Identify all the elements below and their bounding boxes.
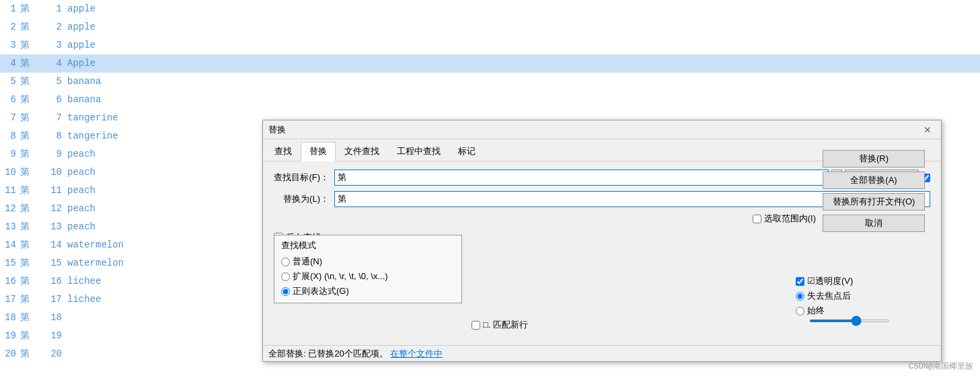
line-num-left: 18 [0,309,20,327]
mode-normal-label: 普通(N) [293,256,322,268]
line-content: apple [67,36,96,54]
line-num-left: 20 [0,345,20,363]
status-prefix: 全部替换: 已替换20个匹配项。 [268,348,388,360]
tab-project-find[interactable]: 工程中查找 [388,142,449,161]
match-newline-label: □. 匹配新行 [483,319,528,331]
line-num-right: 1 [40,0,67,18]
line-num-right: 5 [40,73,67,91]
line-num-right: 3 [40,36,67,54]
replace-all-button[interactable]: 全部替换(A) [823,172,925,189]
line-char: 第 [20,200,40,218]
line-num-right: 15 [40,254,67,272]
close-button[interactable]: ✕ [919,123,936,137]
find-label: 查找目标(F)： [274,172,334,184]
transparency-always-radio[interactable] [796,307,804,315]
dialog-body: 查找目标(F)： ▲ ▼ ▼ 查找下一个 替换为(L)： [263,161,941,297]
line-char: 第 [20,272,40,291]
line-num-right: 18 [40,309,67,327]
line-6: 6 第 6 banana [0,91,980,109]
mode-extended-radio[interactable] [281,272,290,281]
mode-normal: 普通(N) [281,254,455,269]
line-char: 第 [20,327,40,345]
line-content: apple [67,18,96,36]
line-char: 第 [20,0,40,18]
line-content: Apple [67,54,96,73]
line-char: 第 [20,54,40,73]
transparency-checkbox[interactable] [796,277,804,286]
line-num-left: 2 [0,18,20,36]
line-content: peach [67,200,96,218]
line-num-left: 19 [0,327,20,345]
find-input[interactable] [334,170,829,186]
line-num-left: 15 [0,254,20,272]
tab-mark[interactable]: 标记 [449,142,484,161]
transparency-row: ☑透明度(V) [796,275,930,287]
watermark: CSDN@南国椰里族 [909,361,973,372]
line-num-right: 2 [40,18,67,36]
line-num-right: 9 [40,145,67,163]
line-3: 3 第 3 apple [0,36,980,54]
line-1: 1 第 1 apple [0,0,980,18]
line-5: 5 第 5 banana [0,73,980,91]
line-num-right: 4 [40,54,67,73]
tab-file-find[interactable]: 文件查找 [336,142,388,161]
line-num-left: 12 [0,200,20,218]
tab-find[interactable]: 查找 [266,142,301,161]
line-content: lichee [67,291,101,309]
replace-button[interactable]: 替换(R) [823,150,925,167]
mode-regex-label: 正则表达式(G) [293,285,349,297]
status-link[interactable]: 在整个文件中 [390,348,443,360]
line-char: 第 [20,291,40,309]
replace-open-button[interactable]: 替换所有打开文件(O) [823,193,925,211]
dialog-titlebar: 替换 ✕ [263,120,941,139]
line-num-right: 10 [40,163,67,182]
line-num-left: 5 [0,73,20,91]
line-content: banana [67,73,101,91]
dialog-title: 替换 [268,124,286,136]
match-newline-checkbox[interactable] [472,321,480,330]
mode-section: 查找模式 普通(N) 扩展(X) (\n, \r, \t, \0, \x...)… [274,235,462,303]
line-char: 第 [20,236,40,254]
transparency-focus-label: 失去焦点后 [807,290,851,302]
mode-extended-label: 扩展(X) (\n, \r, \t, \0, \x...) [293,270,388,283]
mode-regex-radio[interactable] [281,287,290,296]
line-char: 第 [20,163,40,182]
line-num-left: 13 [0,218,20,236]
line-content: peach [67,145,96,163]
line-content: watermelon [67,236,124,254]
line-num-right: 13 [40,218,67,236]
line-num-right: 17 [40,291,67,309]
line-char: 第 [20,182,40,200]
line-content: tangerine [67,127,118,145]
line-num-right: 20 [40,345,67,363]
match-newline-row: □. 匹配新行 [472,319,528,331]
transparency-section: ☑透明度(V) 失去焦点后 始终 [796,275,930,322]
line-content: lichee [67,272,101,291]
tab-replace[interactable]: 替换 [301,142,336,161]
line-num-left: 6 [0,91,20,109]
line-char: 第 [20,145,40,163]
mode-extended: 扩展(X) (\n, \r, \t, \0, \x...) [281,269,455,284]
line-content: apple [67,0,96,18]
line-num-right: 19 [40,327,67,345]
transparency-slider[interactable] [809,319,890,322]
mode-normal-radio[interactable] [281,258,290,266]
status-bar: 全部替换: 已替换20个匹配项。 在整个文件中 [263,345,941,361]
line-char: 第 [20,309,40,327]
line-char: 第 [20,18,40,36]
line-num-left: 8 [0,127,20,145]
line-char: 第 [20,254,40,272]
line-content: peach [67,182,96,200]
line-char: 第 [20,73,40,91]
line-num-right: 11 [40,182,67,200]
mode-title: 查找模式 [281,239,455,252]
transparency-focus-radio[interactable] [796,292,804,301]
transparency-option1: 失去焦点后 [796,290,930,302]
scope-row: 选取范围内(I) [274,213,816,225]
line-num-right: 12 [40,200,67,218]
transparency-label: ☑透明度(V) [807,275,853,287]
scope-label: 选取范围内(I) [764,213,816,225]
line-content: banana [67,91,101,109]
cancel-button[interactable]: 取消 [823,215,925,232]
scope-checkbox[interactable] [753,215,761,223]
